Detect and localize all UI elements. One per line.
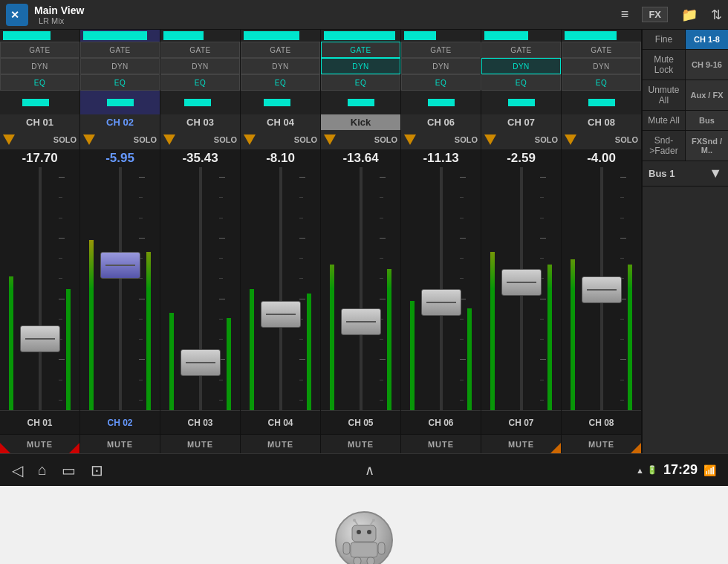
channel-name-ch08[interactable]: CH 08	[562, 114, 641, 130]
fader-knob-ch03[interactable]	[181, 349, 221, 376]
channel-name-ch07[interactable]: CH 07	[481, 114, 561, 130]
mute-bar-ch07[interactable]: MUTE	[481, 434, 561, 453]
channel-ch08[interactable]: GATEDYNEQCH 08SOLO-4.00CH 08MUTE	[562, 30, 642, 453]
muteall-label[interactable]: Mute All	[643, 111, 685, 130]
fader-area-ch05[interactable]	[321, 167, 400, 410]
channel-name-ch03[interactable]: CH 03	[160, 114, 240, 130]
pan-area-ch07[interactable]	[484, 92, 558, 113]
dyn-btn-ch04[interactable]: DYN	[241, 58, 320, 74]
screenshot-icon[interactable]: ⊡	[91, 461, 103, 479]
fader-area-ch08[interactable]	[562, 167, 641, 410]
fx-button[interactable]: FX	[642, 7, 668, 22]
pan-area-ch04[interactable]	[244, 92, 317, 113]
bars-icon[interactable]: ≡	[621, 7, 629, 22]
pan-area-ch08[interactable]	[565, 92, 638, 113]
dyn-btn-ch02[interactable]: DYN	[80, 58, 160, 74]
ch18-button[interactable]: CH 1-8	[685, 30, 728, 49]
dyn-btn-ch06[interactable]: DYN	[401, 58, 481, 74]
solo-bar-ch02[interactable]: SOLO	[80, 130, 160, 149]
fader-knob-ch02[interactable]	[100, 252, 140, 279]
eq-btn-ch04[interactable]: EQ	[241, 74, 320, 91]
fader-track-ch04	[279, 167, 282, 410]
solo-bar-ch04[interactable]: SOLO	[241, 130, 320, 149]
pan-area-ch05[interactable]	[324, 92, 397, 113]
eq-btn-ch06[interactable]: EQ	[401, 74, 481, 91]
pan-area-ch01[interactable]	[3, 92, 77, 113]
solo-bar-ch08[interactable]: SOLO	[562, 130, 641, 149]
channel-ch06[interactable]: GATEDYNEQCH 06SOLO-11.13CH 06MUTE	[401, 30, 481, 453]
eq-btn-ch03[interactable]: EQ	[160, 74, 240, 91]
channel-name-ch01[interactable]: CH 01	[0, 114, 79, 130]
channel-ch02[interactable]: GATEDYNEQCH 02SOLO-5.95CH 02MUTE	[80, 30, 160, 453]
fader-knob-ch05[interactable]	[341, 308, 381, 335]
fader-area-ch07[interactable]	[481, 167, 561, 410]
sndfader-row: Snd->Fader FXSnd / M..	[643, 131, 728, 161]
eq-btn-ch01[interactable]: EQ	[0, 74, 79, 91]
channel-ch07[interactable]: GATEDYNEQCH 07SOLO-2.59CH 07MUTE	[481, 30, 562, 453]
channel-name-ch06[interactable]: CH 06	[401, 114, 481, 130]
recents-icon[interactable]: ▭	[62, 461, 76, 479]
fader-area-ch01[interactable]	[0, 167, 79, 410]
dyn-btn-ch07[interactable]: DYN	[481, 58, 561, 74]
bus-down-arrow[interactable]: ▼	[709, 166, 722, 181]
mute-bar-ch02[interactable]: MUTE	[80, 434, 160, 453]
channel-ch01[interactable]: GATEDYNEQCH 01SOLO-17.70CH 01MUTE	[0, 30, 80, 453]
channel-ch04[interactable]: GATEDYNEQCH 04SOLO-8.10CH 04MUTE	[241, 30, 321, 453]
fxsnd-button[interactable]: FXSnd / M..	[685, 131, 728, 161]
fader-knob-ch07[interactable]	[501, 269, 542, 296]
eq-btn-ch05[interactable]: EQ	[321, 74, 400, 91]
transfer-icon[interactable]: ⇅	[711, 7, 722, 23]
fader-knob-ch08[interactable]	[582, 276, 622, 303]
mute-bar-ch01[interactable]: MUTE	[0, 434, 79, 453]
nav-center-btn[interactable]: ∧	[365, 462, 374, 479]
pan-area-ch03[interactable]	[163, 92, 237, 113]
ch916-button[interactable]: CH 9-16	[685, 50, 728, 80]
folder-icon[interactable]: 📁	[681, 7, 698, 23]
dyn-btn-ch03[interactable]: DYN	[160, 58, 240, 74]
sndfader-label[interactable]: Snd->Fader	[643, 131, 685, 161]
mute-bar-ch04[interactable]: MUTE	[241, 434, 320, 453]
gate-btn-ch01[interactable]: GATE	[0, 42, 79, 58]
fader-knob-ch04[interactable]	[261, 301, 301, 328]
eq-btn-ch08[interactable]: EQ	[562, 74, 641, 91]
dyn-btn-ch08[interactable]: DYN	[562, 58, 641, 74]
home-icon[interactable]: ⌂	[38, 461, 47, 479]
pan-area-ch06[interactable]	[404, 92, 478, 113]
solo-bar-ch05[interactable]: SOLO	[321, 130, 400, 149]
gate-btn-ch08[interactable]: GATE	[562, 42, 641, 58]
back-icon[interactable]: ◁	[12, 461, 23, 479]
solo-bar-ch06[interactable]: SOLO	[401, 130, 481, 149]
solo-bar-ch01[interactable]: SOLO	[0, 130, 79, 149]
mute-bar-ch08[interactable]: MUTE	[562, 434, 641, 453]
channel-ch03[interactable]: GATEDYNEQCH 03SOLO-35.43CH 03MUTE	[160, 30, 241, 453]
fader-area-ch03[interactable]	[160, 167, 240, 410]
gate-btn-ch02[interactable]: GATE	[80, 42, 160, 58]
gate-btn-ch04[interactable]: GATE	[241, 42, 320, 58]
channel-ch05[interactable]: GATEDYNEQKickSOLO-13.64CH 05MUTE	[321, 30, 401, 453]
gate-btn-ch03[interactable]: GATE	[160, 42, 240, 58]
aux-button[interactable]: Aux / FX	[685, 80, 728, 110]
gate-btn-ch05[interactable]: GATE	[321, 42, 400, 58]
channel-name-ch04[interactable]: CH 04	[241, 114, 320, 130]
fader-area-ch06[interactable]	[401, 167, 481, 410]
eq-btn-ch07[interactable]: EQ	[481, 74, 561, 91]
solo-bar-ch03[interactable]: SOLO	[160, 130, 240, 149]
solo-bar-ch07[interactable]: SOLO	[481, 130, 561, 149]
pan-area-ch02[interactable]	[83, 92, 157, 113]
mute-bar-ch03[interactable]: MUTE	[160, 434, 240, 453]
fader-knob-ch01[interactable]	[20, 325, 60, 352]
bus-button[interactable]: Bus	[685, 111, 728, 130]
channel-name-ch05[interactable]: Kick	[321, 114, 400, 130]
unmuteall-label[interactable]: Unmute All	[643, 80, 685, 110]
dyn-btn-ch05[interactable]: DYN	[321, 58, 400, 74]
eq-btn-ch02[interactable]: EQ	[80, 74, 160, 91]
fader-knob-ch06[interactable]	[421, 289, 461, 316]
fader-area-ch02[interactable]	[80, 167, 160, 410]
gate-btn-ch07[interactable]: GATE	[481, 42, 561, 58]
dyn-btn-ch01[interactable]: DYN	[0, 58, 79, 74]
fader-area-ch04[interactable]	[241, 167, 320, 410]
mute-bar-ch05[interactable]: MUTE	[321, 434, 400, 453]
channel-name-ch02[interactable]: CH 02	[80, 114, 160, 130]
mute-bar-ch06[interactable]: MUTE	[401, 434, 481, 453]
gate-btn-ch06[interactable]: GATE	[401, 42, 481, 58]
